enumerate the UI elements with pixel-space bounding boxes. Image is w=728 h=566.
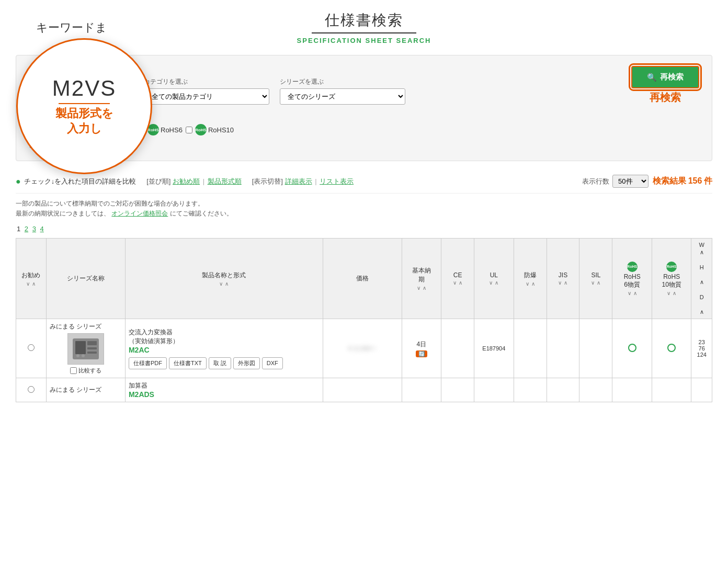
sort-rohs6-down[interactable]: ∨ — [628, 290, 631, 296]
sort-recommend-down[interactable]: ∨ — [26, 281, 30, 287]
spec-txt-button[interactable]: 仕様書TXT — [169, 357, 207, 369]
sort-jis-down[interactable]: ∨ — [558, 280, 562, 286]
th-price: 価格 — [323, 239, 402, 319]
ul-checkbox[interactable] — [50, 127, 56, 133]
page-title-en: SPECIFICATION SHEET SEARCH — [16, 37, 712, 44]
narrow-down-button[interactable]: さらに絞り込む ∨ — [29, 141, 84, 150]
delivery-badge-1: 🔄 — [416, 350, 427, 357]
page-4-link[interactable]: 4 — [40, 225, 44, 233]
product-model-1[interactable]: M2AC — [129, 346, 320, 354]
jis-label[interactable]: JIS — [104, 126, 113, 134]
sort-product-up[interactable]: ∧ — [225, 281, 229, 287]
sort-boubaku-up[interactable]: ∧ — [531, 281, 535, 287]
per-page-select[interactable]: 10件 20件 50件 100件 — [612, 175, 649, 188]
pagination: 1 2 3 4 — [16, 225, 712, 233]
svg-rect-3 — [87, 341, 97, 345]
spec-pdf-button[interactable]: 仕様書PDF — [129, 357, 167, 369]
search-button-label: 再検索 — [660, 72, 684, 82]
sort-delivery-down[interactable]: ∨ — [417, 285, 420, 291]
cell-price-1: ¥ 12,000〜 — [323, 319, 402, 378]
product-model-2[interactable]: M2ADS — [129, 390, 320, 399]
table-header-row: お勧め ∨ ∧ シリーズ名称 製品名称と形式 — [16, 239, 712, 319]
sort-rohs10-up[interactable]: ∧ — [673, 290, 676, 296]
search-row-1: キーワードまたは形式を カテゴリを選ぶ 全ての製品カテゴリ シリーズを選ぶ 全て… — [29, 66, 699, 105]
page-3-link[interactable]: 3 — [32, 225, 36, 233]
sort-sil-up[interactable]: ∧ — [597, 280, 600, 286]
sort-sil-down[interactable]: ∨ — [591, 280, 595, 286]
cell-rohs10-1 — [652, 319, 691, 378]
sort-ul-down[interactable]: ∨ — [489, 280, 493, 286]
product-name-1: 交流入力変換器（実効値演算形） — [129, 328, 320, 346]
price-value-1: ¥ 12,000〜 — [326, 345, 399, 353]
jis-checkbox[interactable] — [95, 127, 102, 133]
display-list-link[interactable]: リスト表示 — [320, 177, 354, 185]
results-table: お勧め ∨ ∧ シリーズ名称 製品名称と形式 — [16, 238, 712, 402]
keyword-label: キーワードまたは形式を — [29, 77, 133, 86]
compare-label-1[interactable]: 比較する — [78, 367, 101, 375]
svg-point-6 — [76, 354, 79, 357]
th-ce: CE ∨ ∧ — [441, 239, 474, 319]
keyword-field: キーワードまたは形式を — [29, 77, 133, 105]
delivery-days-1: 4日 — [405, 340, 438, 349]
recommend-radio-1[interactable] — [28, 344, 35, 351]
svg-point-7 — [82, 354, 85, 357]
cell-ul-2 — [474, 378, 514, 402]
ce-checkbox[interactable] — [29, 127, 36, 133]
narrow-down-label: さらに絞り込む — [29, 141, 76, 150]
sort-ce-down[interactable]: ∨ — [453, 280, 457, 286]
th-ul: UL ∨ ∧ — [474, 239, 514, 319]
series-select[interactable]: 全てのシリーズ — [280, 88, 405, 105]
sort-jis-up[interactable]: ∧ — [564, 280, 567, 286]
rohs10-checkbox[interactable] — [186, 127, 192, 133]
rohs6-label[interactable]: RoHS6 — [161, 126, 183, 134]
th-series: シリーズ名称 — [46, 239, 125, 319]
th-rohs10: RoHS RoHS 10物質 ∨ ∧ — [652, 239, 691, 319]
product-name-2: 加算器 — [129, 381, 320, 390]
cell-rohs6-2 — [612, 378, 652, 402]
narrow-down-section: さらに絞り込む ∨ — [29, 141, 699, 150]
ce-label[interactable]: CE — [37, 126, 47, 134]
boubaku-checkbox[interactable] — [70, 127, 77, 133]
boubaku-label[interactable]: 防爆 — [78, 125, 92, 134]
check-compare-section: ● チェック↓を入れた項目の詳細を比較 — [16, 177, 136, 186]
condition-boubaku: 防爆 — [70, 125, 92, 134]
series-field: シリーズを選ぶ 全てのシリーズ — [280, 77, 405, 105]
sort-rohs6-up[interactable]: ∧ — [633, 290, 637, 296]
search-icon: 🔍 — [647, 73, 657, 82]
display-toggle-section: [表示切替] 詳細表示 | リスト表示 — [252, 177, 354, 186]
sort-boubaku-down[interactable]: ∨ — [526, 281, 529, 287]
sort-ce-up[interactable]: ∧ — [459, 280, 462, 286]
category-select[interactable]: 全ての製品カテゴリ — [144, 88, 269, 105]
chevron-down-icon: ∨ — [78, 142, 84, 150]
compare-checkbox-1[interactable] — [70, 367, 77, 374]
condition-sil: SIL — [116, 126, 135, 134]
keyword-input[interactable] — [29, 88, 133, 105]
title-underline — [312, 32, 416, 33]
ul-label[interactable]: UL — [58, 126, 67, 134]
sil-checkbox[interactable] — [116, 127, 123, 133]
manual-button[interactable]: 取 説 — [209, 357, 231, 369]
rohs10-label[interactable]: RoHS10 — [208, 126, 234, 134]
search-button[interactable]: 🔍 再検索 — [631, 66, 699, 88]
sort-rohs10-down[interactable]: ∨ — [667, 290, 670, 296]
rohs10-header-icon: RoHS — [666, 262, 677, 272]
sort-product-down[interactable]: ∨ — [219, 281, 223, 287]
sort-label: [並び順] — [146, 177, 170, 185]
sort-model-link[interactable]: 製品形式順 — [208, 177, 242, 185]
rohs10-circle-1 — [667, 344, 676, 352]
rohs6-checkbox[interactable] — [138, 127, 145, 133]
cell-jis-1 — [547, 319, 579, 378]
page-2-link[interactable]: 2 — [25, 225, 28, 233]
sort-delivery-up[interactable]: ∧ — [423, 285, 426, 291]
sort-ul-up[interactable]: ∧ — [495, 280, 498, 286]
outline-button[interactable]: 外形図 — [233, 357, 260, 369]
notice-link[interactable]: オンライン価格照会 — [111, 210, 168, 217]
dxf-button[interactable]: DXF — [262, 357, 283, 369]
recommend-radio-2[interactable] — [28, 386, 35, 393]
compare-check-1: 比較する — [50, 367, 122, 375]
sil-label[interactable]: SIL — [124, 126, 135, 134]
sort-recommend-up[interactable]: ∧ — [32, 281, 36, 287]
sort-recommend-link[interactable]: お勧め順 — [173, 177, 200, 185]
cell-ce-2 — [441, 378, 474, 402]
display-detail-link[interactable]: 詳細表示 — [285, 177, 312, 185]
